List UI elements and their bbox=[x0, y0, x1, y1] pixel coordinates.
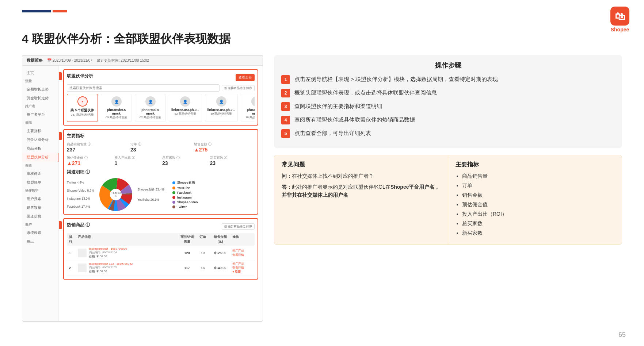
col-header-sales: 商品钻销售量 bbox=[180, 235, 194, 244]
ss-sidebar-review-commission[interactable]: 审核佣金 bbox=[22, 169, 58, 178]
metric-item-revenue: 销售金额 ⓘ ▲275 bbox=[194, 142, 255, 153]
ss-sidebar-revenue[interactable]: 金额增长走势 bbox=[22, 85, 58, 94]
ss-sidebar-logout[interactable]: 推出 bbox=[22, 237, 58, 246]
col-header-commission: 销售金额(元) bbox=[211, 235, 229, 244]
page-number: 65 bbox=[618, 331, 626, 339]
table-row: 2 testing product 123 - 1669796242 商品编号:… bbox=[67, 260, 255, 276]
row1-promote-btn[interactable]: 推广产品 bbox=[232, 249, 252, 253]
col-header-action: 操作 bbox=[232, 235, 252, 244]
ss-sidebar-affiliate-bill[interactable]: 联盟账单 bbox=[22, 178, 58, 187]
instruction-text-4: 查阅所有联盟伙伴或具体联盟伙伴的热销商品数据 bbox=[294, 115, 415, 124]
partner-avatar-5: 👤 bbox=[251, 96, 255, 107]
row2-commission: $149.00 bbox=[211, 266, 229, 270]
col-header-rank: 排行 bbox=[69, 235, 75, 244]
metric-item-orders: 订单 ⓘ 23 bbox=[130, 142, 191, 153]
key-metrics-title: 主要指标 bbox=[456, 161, 614, 169]
metric-list-item-1: 商品销售量 bbox=[462, 172, 614, 180]
ss-sidebar-commission-analysis[interactable]: 佣金达成分析 bbox=[22, 135, 58, 144]
metrics-row-1: 商品钻销售量 ⓘ 237 订单 ⓘ 23 销售金额 ⓘ ▲275 bbox=[67, 142, 255, 153]
partner-card-0[interactable]: ● 共 5 个联盟伙伴 237 商品钻销售量 bbox=[67, 94, 98, 122]
ss-sidebar-promoter-platform[interactable]: 推广者平台 bbox=[22, 110, 58, 119]
view-all-button[interactable]: 查看全部 bbox=[236, 74, 255, 81]
metric-label-roi: 投入产出比 ⓘ bbox=[115, 155, 160, 160]
ss-sidebar-settings[interactable]: 系统设置 bbox=[22, 228, 58, 237]
right-panel: 操作步骤 1 点击左侧导航栏【表现 > 联盟伙伴分析】模块，选择数据周期，查看特… bbox=[274, 55, 622, 322]
metric-value-new-buyers: 23 bbox=[210, 160, 255, 166]
ss-sidebar-main-metrics[interactable]: 主要指标 bbox=[22, 127, 58, 135]
hot-product-filter-btn[interactable]: 按 差异商品钻位 排序 bbox=[222, 223, 255, 230]
legend-dot-instagram bbox=[172, 196, 175, 199]
instruction-item-1: 1 点击左侧导航栏【表现 > 联盟伙伴分析】模块，选择数据周期，查看特定时期的表… bbox=[281, 75, 615, 84]
instruction-item-5: 5 点击查看全部，可导出详细列表 bbox=[281, 129, 615, 138]
channel-label-shopee-video: Shopee Video 8.7% bbox=[67, 189, 94, 192]
left-panel: 数据策略 📅 2023/10/09 - 2023/11/07 最近更新时间: 2… bbox=[22, 55, 263, 322]
section-3-title: 主要指标 bbox=[67, 133, 255, 139]
legend-label-shopee: Shopee直播 bbox=[177, 180, 195, 185]
instruction-text-3: 查阅联盟伙伴的主要指标和渠道明细 bbox=[294, 102, 382, 111]
deco-line-orange bbox=[53, 10, 67, 12]
partner-search-input[interactable] bbox=[67, 84, 220, 92]
metric-item-new-buyers: 新买家数 ⓘ 23 bbox=[210, 155, 255, 166]
metric-item-total-buyers: 总买家数 ⓘ 23 bbox=[162, 155, 207, 166]
metric-label-revenue: 销售金额 ⓘ bbox=[194, 142, 255, 147]
shopee-logo: 🛍 Shopee bbox=[610, 7, 629, 32]
ss-sidebar-affiliate-analysis[interactable]: 联盟伙伴分析 bbox=[22, 153, 58, 162]
metric-item-sales: 商品钻销售量 ⓘ 237 bbox=[67, 142, 127, 153]
table-row: 1 testing product - 1669796090 商品编号: 800… bbox=[67, 246, 255, 260]
partner-avatar-2: 👤 bbox=[145, 96, 156, 107]
instruction-num-2: 2 bbox=[281, 89, 290, 97]
partner-name-3: linktree.ust.ph.0... bbox=[171, 108, 199, 112]
ss-header: 数据策略 📅 2023/10/09 - 2023/11/07 最近更新时间: 2… bbox=[22, 55, 263, 66]
product-img-2 bbox=[78, 264, 87, 272]
metric-item-commission: 预估佣金值 ⓘ ▲271 bbox=[67, 155, 112, 166]
channel-labels-left: Twitter 4.4% Shopee Video 8.7% Instagram… bbox=[67, 181, 94, 208]
ss-sidebar-product-analysis[interactable]: 商品分析 bbox=[22, 144, 58, 153]
metric-label-orders: 订单 ⓘ bbox=[130, 142, 191, 147]
partner-filter-btn[interactable]: 按 差异商品钻位 排序 bbox=[222, 85, 255, 91]
metric-label-new-buyers: 新买家数 ⓘ bbox=[210, 155, 255, 160]
row2-promote-btn[interactable]: 推广产品 bbox=[232, 262, 252, 266]
row2-detail-btn[interactable]: 查看详情 bbox=[232, 266, 252, 270]
partner-card-2[interactable]: 👤 phnormal.0 mock 62 商品钻销售量 bbox=[135, 94, 166, 122]
col-header-product: 产品信息 bbox=[78, 235, 177, 244]
metric-list-item-2: 订单 bbox=[462, 182, 614, 189]
instruction-section: 操作步骤 1 点击左侧导航栏【表现 > 联盟伙伴分析】模块，选择数据周期，查看特… bbox=[274, 55, 622, 148]
legend-twitter: Twitter bbox=[172, 205, 198, 209]
partner-card-1[interactable]: 👤 phtransfer.5 mock 69 商品钻销售量 bbox=[101, 94, 132, 122]
row2-affiliate-btn[interactable]: ● 联盟 bbox=[232, 270, 252, 274]
metric-value-revenue: ▲275 bbox=[194, 147, 255, 153]
instruction-text-2: 概览头部联盟伙伴表现，或点击选择具体联盟伙伴查阅信息 bbox=[294, 88, 437, 97]
section-4-box: 4 热销商品 ⓘ 按 差异商品钻位 排序 排行 产品信息 商品钻销售量 bbox=[63, 218, 258, 280]
ss-sidebar-sales-data[interactable]: 销售数据 bbox=[22, 203, 58, 212]
section-4-title: 热销商品 ⓘ bbox=[67, 222, 90, 228]
row1-commission: $126.00 bbox=[211, 251, 229, 255]
partner-list: ● 共 5 个联盟伙伴 237 商品钻销售量 👤 phtransfer.5 mo… bbox=[67, 94, 255, 122]
instruction-text-5: 点击查看全部，可导出详细列表 bbox=[294, 129, 371, 138]
shopee-logo-text: Shopee bbox=[611, 27, 629, 32]
ss-sidebar-user-search[interactable]: 用户搜索 bbox=[22, 195, 58, 203]
ss-sidebar: 主页 流量 金额增长走势 佣金增长走势 推广者 推广者平台 表现 主要指标 佣金… bbox=[22, 66, 59, 321]
row1-sales: 120 bbox=[180, 251, 194, 255]
svg-text:%: % bbox=[115, 195, 117, 197]
metric-item-roi: 投入产出比 ⓘ 1 bbox=[115, 155, 160, 166]
section-3-box: 3 主要指标 商品钻销售量 ⓘ 237 订单 ⓘ 23 bbox=[63, 129, 258, 215]
partner-card-4[interactable]: 👤 linktree.ust.ph.0... 39 商品钻销售量 bbox=[205, 94, 238, 122]
partner-stat-0: 237 商品钻销售量 bbox=[69, 113, 95, 117]
channel-label-facebook: Facebook 17.4% bbox=[67, 205, 94, 208]
ss-sidebar-home[interactable]: 主页 bbox=[22, 69, 58, 77]
product-id-2: 商品编号: 800345155 bbox=[89, 265, 133, 269]
deco-line-blue bbox=[22, 10, 51, 12]
row2-actions: 推广产品 查看详情 ● 联盟 bbox=[232, 262, 252, 274]
partner-card-3[interactable]: 👤 linktree.ust.ph.0... 52 商品钻销售量 bbox=[169, 94, 202, 122]
faq-q-label: 问： bbox=[282, 173, 292, 179]
partner-name-4: linktree.ust.ph.0... bbox=[207, 108, 236, 112]
partner-card-5[interactable]: 👤 phtransfer.II mock 18 商品钻销售量 bbox=[241, 94, 255, 122]
product-price-2: 价格: $100.00 bbox=[89, 269, 133, 273]
row1-detail-btn[interactable]: 查看详情 bbox=[232, 253, 252, 257]
ss-sidebar-channel-info[interactable]: 渠道信息 bbox=[22, 212, 58, 221]
metric-value-total-buyers: 23 bbox=[162, 160, 207, 166]
instruction-num-1: 1 bbox=[281, 75, 290, 84]
legend-shopee-video: Shopee Video bbox=[172, 200, 198, 204]
partner-name-2: phnormal.0 mock bbox=[137, 108, 163, 115]
ss-sidebar-commission-growth[interactable]: 佣金增长走势 bbox=[22, 94, 58, 103]
